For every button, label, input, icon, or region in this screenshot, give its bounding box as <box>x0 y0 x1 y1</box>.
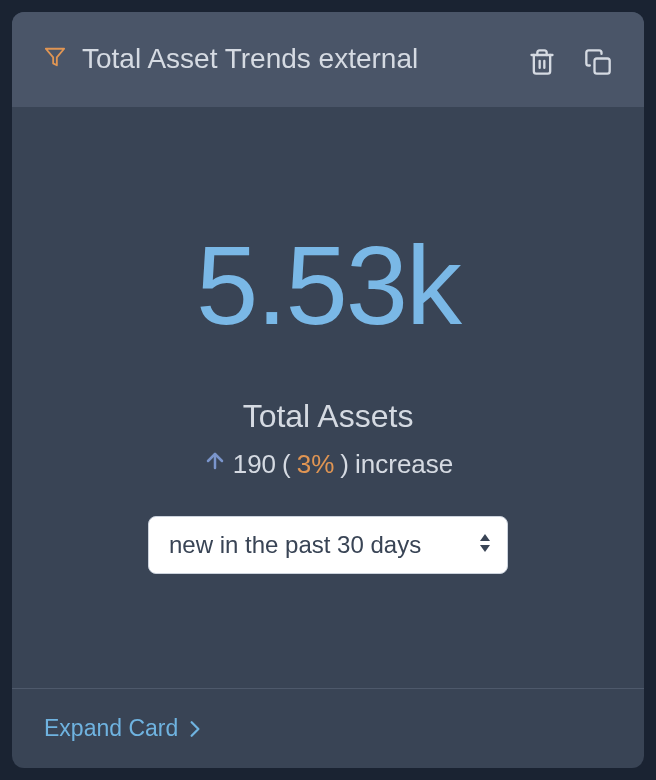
metric-value: 5.53k <box>196 221 460 350</box>
change-paren-open: ( <box>282 449 291 480</box>
card-footer: Expand Card <box>12 688 644 768</box>
expand-card-button[interactable]: Expand Card <box>44 715 202 742</box>
expand-label: Expand Card <box>44 715 178 742</box>
change-text: increase <box>355 449 453 480</box>
svg-marker-0 <box>46 49 64 66</box>
card-header: Total Asset Trends external <box>12 12 644 107</box>
header-actions <box>528 48 612 79</box>
metric-label: Total Assets <box>243 398 414 435</box>
trash-icon <box>528 48 556 79</box>
change-percent: 3% <box>297 449 335 480</box>
change-count: 190 <box>233 449 276 480</box>
timerange-select[interactable]: new in the past 30 days <box>148 516 508 574</box>
arrow-up-icon <box>203 449 227 480</box>
metric-change: 190 (3%) increase <box>203 449 454 480</box>
filter-icon <box>44 46 66 72</box>
svg-rect-3 <box>595 59 610 74</box>
header-left: Total Asset Trends external <box>44 40 418 78</box>
asset-trends-card: Total Asset Trends external <box>12 12 644 768</box>
card-body: 5.53k Total Assets 190 (3%) increase new… <box>12 107 644 688</box>
chevron-right-icon <box>188 720 202 738</box>
copy-icon <box>584 48 612 79</box>
delete-button[interactable] <box>528 48 556 79</box>
change-paren-close: ) <box>340 449 349 480</box>
copy-button[interactable] <box>584 48 612 79</box>
card-title: Total Asset Trends external <box>82 40 418 78</box>
timerange-select-wrapper: new in the past 30 days <box>148 516 508 574</box>
